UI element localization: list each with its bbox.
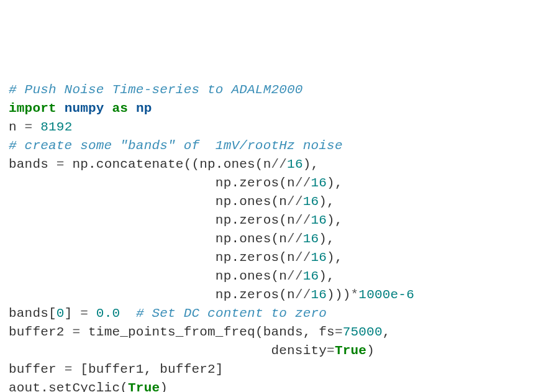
code-identifier: np.ones(n [216, 269, 287, 283]
code-operator: // [295, 176, 311, 190]
code-number: 8192 [40, 120, 72, 134]
code-indent [9, 269, 216, 283]
code-indent [9, 194, 216, 209]
code-number: 16 [311, 250, 327, 265]
code-identifier: n [9, 120, 25, 134]
code-operator: // [295, 213, 311, 227]
code-punct: ))) [327, 288, 350, 302]
code-constant-true: True [128, 381, 160, 392]
code-identifier: buffer2 [9, 325, 72, 339]
code-number: 16 [311, 176, 327, 190]
code-operator: // [287, 269, 303, 283]
code-identifier: density [271, 344, 327, 358]
code-identifier: np.zeros(n [216, 176, 295, 190]
code-number: 16 [311, 213, 327, 227]
code-identifier: [buffer1, buffer2] [72, 362, 223, 376]
code-punct: ), [327, 213, 343, 227]
code-identifier: np.ones(n [216, 194, 287, 209]
code-identifier: np.zeros(n [216, 288, 295, 302]
code-number: 16 [303, 232, 319, 246]
code-space [120, 306, 136, 321]
code-identifier: buffer [9, 362, 65, 376]
code-number: 0 [57, 306, 65, 321]
code-punct: , [383, 325, 391, 339]
code-number: 16 [303, 269, 319, 283]
code-identifier: np.zeros(n [216, 213, 295, 227]
code-punct: ) [366, 344, 375, 358]
code-comment: # Set DC content to zero [136, 306, 327, 321]
code-identifier: np.ones(n [216, 232, 287, 246]
code-number: 16 [303, 194, 319, 209]
code-operator: // [287, 194, 303, 209]
code-number: 1000e-6 [358, 288, 414, 302]
code-number: 16 [287, 157, 303, 171]
code-identifier: np.concatenate((np.ones(n [65, 157, 271, 171]
code-indent [9, 176, 216, 190]
code-identifier: aout.setCyclic( [9, 381, 128, 392]
code-constant-true: True [335, 344, 366, 358]
code-space [88, 306, 96, 321]
code-punct: ), [303, 157, 319, 171]
code-operator: * [351, 288, 359, 302]
code-module-numpy: numpy [65, 101, 104, 116]
code-space [32, 120, 40, 134]
code-identifier: bands[ [9, 306, 57, 321]
code-operator: = [327, 344, 335, 358]
code-identifier: bands [9, 157, 57, 171]
code-operator: = [335, 325, 343, 339]
code-punct: ) [160, 381, 168, 392]
code-punct: ), [319, 194, 335, 209]
code-number: 16 [311, 288, 327, 302]
code-keyword-as: as [112, 101, 128, 116]
code-punct: ), [319, 269, 335, 283]
code-operator: = [65, 362, 73, 376]
code-alias-np: np [136, 101, 152, 116]
code-comment: # create some "bands" of 1mV/rootHz nois… [9, 139, 343, 153]
code-operator: = [57, 157, 65, 171]
code-indent [9, 250, 216, 265]
code-operator: = [25, 120, 33, 134]
code-indent [9, 344, 271, 358]
code-indent [9, 213, 216, 227]
code-operator: // [295, 288, 311, 302]
code-block: # Push Noise Time-series to ADALM2000 im… [9, 81, 550, 392]
code-number: 75000 [343, 325, 383, 339]
code-punct: ] [65, 306, 81, 321]
code-identifier: np.zeros(n [216, 250, 295, 265]
code-operator: = [80, 306, 88, 321]
code-operator: // [271, 157, 287, 171]
code-comment: # Push Noise Time-series to ADALM2000 [9, 83, 303, 97]
code-punct: ), [319, 232, 335, 246]
code-keyword-import: import [9, 101, 57, 116]
code-indent [9, 232, 216, 246]
code-number: 0.0 [96, 306, 120, 321]
code-operator: = [72, 325, 80, 339]
code-punct: ), [327, 176, 343, 190]
code-operator: // [295, 250, 311, 265]
code-indent [9, 288, 216, 302]
code-punct: ), [327, 250, 343, 265]
code-operator: // [287, 232, 303, 246]
code-identifier: time_points_from_freq(bands, fs [80, 325, 335, 339]
